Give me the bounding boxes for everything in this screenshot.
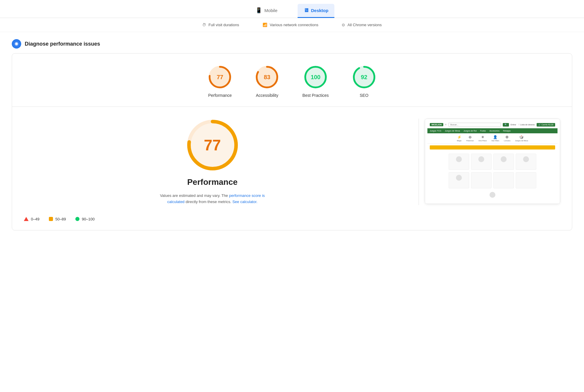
product-card-4: [516, 154, 536, 170]
login-mock: Entrar: [511, 124, 516, 126]
score-seo-label: SEO: [360, 93, 369, 98]
screenshot-preview: MICELION ≡ 🔍 Entrar ♡ Lista de deseos 🛒 …: [425, 119, 560, 204]
gauge-best-practices: 100: [304, 65, 327, 89]
info-full-visit: ⏱ Full visit durations: [202, 23, 239, 27]
legend-orange: 50–89: [49, 217, 66, 221]
brand-logo: MICELION: [430, 123, 443, 126]
legend-orange-range: 50–89: [55, 217, 66, 221]
score-accessibility-value: 83: [264, 74, 270, 81]
search-input-mock: [448, 123, 501, 127]
product-card-1: [449, 154, 469, 170]
product-card-3: [493, 154, 514, 170]
tab-bar: 📱 Mobile 🖥 Desktop: [0, 0, 584, 18]
vertical-divider: [419, 119, 419, 205]
score-performance-value: 77: [217, 74, 223, 81]
score-performance: 77 Performance: [208, 65, 232, 98]
performance-description: Values are estimated and may vary. The p…: [154, 193, 271, 205]
performance-title: Performance: [187, 177, 238, 187]
info-chrome-label: All Chrome versions: [347, 23, 381, 27]
calculator-link[interactable]: See calculator.: [232, 200, 257, 204]
subcat-starwars: 👤 Star Wars: [492, 135, 499, 142]
search-button-mock: 🔍: [503, 123, 509, 127]
product-card-8: [516, 172, 536, 188]
subcat-juegos: 🎲 Juegos de Mesa: [515, 135, 528, 142]
score-best-practices: 100 Best Practices: [302, 65, 328, 98]
info-bar: ⏱ Full visit durations 📶 Various network…: [0, 18, 584, 32]
legend-triangle-icon: [24, 217, 29, 221]
nav-mesa: Juegos de Mesa: [445, 130, 460, 132]
subcat-lorcana: ⚙ Lorcana: [504, 135, 510, 142]
gauge-large-performance: 77: [186, 119, 239, 172]
score-seo: 92 SEO: [352, 65, 376, 98]
subcat-pokemon: ⊖ Pokemon: [466, 135, 474, 142]
desktop-icon: 🖥: [303, 7, 309, 14]
nav-tcg: Juegos TCG: [430, 130, 441, 132]
promo-bar: [430, 145, 555, 150]
network-icon: 📶: [263, 23, 267, 27]
screenshot-mock: MICELION ≡ 🔍 Entrar ♡ Lista de deseos 🛒 …: [425, 119, 560, 204]
score-best-practices-value: 100: [311, 74, 320, 81]
info-full-visit-label: Full visit durations: [208, 23, 239, 27]
subcat-magic: ⚡ Magic: [457, 135, 462, 142]
tab-desktop[interactable]: 🖥 Desktop: [298, 4, 334, 18]
tab-desktop-label: Desktop: [311, 8, 328, 13]
timer-icon: ⏱: [202, 23, 206, 27]
tab-mobile-label: Mobile: [264, 8, 277, 13]
section-header: Diagnose performance issues: [0, 32, 584, 53]
nav-rol: Juegos de Rol: [464, 130, 477, 132]
legend-green-range: 90–100: [82, 217, 94, 221]
score-accessibility: 83 Accessibility: [255, 65, 279, 98]
info-network-label: Various network connections: [270, 23, 318, 27]
legend-green: 90–100: [75, 217, 94, 221]
desc-start: Values are estimated and may vary. The: [160, 193, 229, 198]
main-card: 77 Performance 83 Accessibility: [12, 53, 572, 230]
gauge-large-value: 77: [204, 136, 221, 154]
score-row: 77 Performance 83 Accessibility: [12, 54, 572, 107]
legend: 0–49 50–89 90–100: [12, 217, 572, 230]
product-card-6: [471, 172, 492, 188]
nav-acc: Accesorios: [490, 130, 500, 132]
info-network: 📶 Various network connections: [263, 23, 318, 27]
gauge-accessibility: 83: [255, 65, 279, 89]
legend-red: 0–49: [24, 217, 39, 221]
detail-left: 77 Performance Values are estimated and …: [24, 119, 413, 205]
product-card-5: [449, 172, 469, 188]
section-title: Diagnose performance issues: [25, 41, 100, 47]
chrome-icon: ⊙: [342, 23, 345, 27]
tab-mobile[interactable]: 📱 Mobile: [250, 4, 283, 18]
gauge-performance: 77: [208, 65, 232, 89]
score-accessibility-label: Accessibility: [256, 93, 278, 98]
product-card-2: [471, 154, 492, 170]
gauge-seo: 92: [352, 65, 376, 89]
legend-green-dot: [75, 217, 79, 221]
nav-rebajas: Rebajas: [503, 130, 511, 132]
load-more-area: [427, 191, 558, 201]
score-seo-value: 92: [361, 74, 367, 81]
legend-red-range: 0–49: [31, 217, 39, 221]
info-chrome: ⊙ All Chrome versions: [342, 23, 381, 27]
legend-orange-dot: [49, 217, 53, 221]
mobile-icon: 📱: [256, 7, 262, 14]
score-performance-label: Performance: [208, 93, 232, 98]
cart-mock: 🛒 Carrito €0,00: [537, 123, 555, 127]
product-card-7: [493, 172, 514, 188]
desc-middle: directly from these metrics.: [185, 200, 233, 204]
diagnose-icon: [12, 39, 21, 49]
score-best-practices-label: Best Practices: [302, 93, 328, 98]
wishlist-mock: ♡ Lista de deseos: [518, 124, 535, 126]
detail-section: 77 Performance Values are estimated and …: [12, 107, 572, 217]
nav-funko: Funko: [480, 130, 486, 132]
svg-point-1: [16, 43, 17, 45]
subcat-onepiece: ✳ One Piece: [479, 135, 487, 142]
